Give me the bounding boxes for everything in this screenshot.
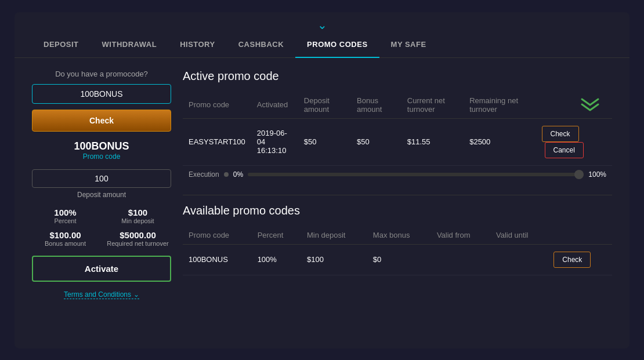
execution-percent: 0% (233, 170, 243, 179)
active-promo-title: Active promo code (183, 70, 612, 83)
avail-promo-percent-cell: 100% (252, 244, 301, 275)
active-promo-header-row: Promo code Activated Deposit amount Bonu… (183, 92, 612, 119)
tab-deposit[interactable]: DEPOSIT (32, 32, 91, 58)
active-promo-table: Promo code Activated Deposit amount Bonu… (183, 92, 612, 166)
top-chevron-icon: ⌄ (317, 18, 327, 32)
available-promo-title: Available promo codes (183, 204, 612, 217)
avail-col-valid-from: Valid from (431, 226, 490, 245)
avail-col-promo-code: Promo code (183, 226, 252, 245)
stats-grid: 100% Percent $100 Min deposit $100.00 Bo… (32, 208, 171, 247)
execution-dot-icon (224, 172, 229, 177)
tab-my-safe[interactable]: MY SAFE (379, 32, 438, 58)
avail-col-max-bonus: Max bonus (367, 226, 431, 245)
promo-code-input[interactable] (32, 84, 171, 104)
tab-withdrawal[interactable]: WITHDRAWAL (91, 32, 169, 58)
stat-percent-label: Percent (32, 217, 99, 224)
available-promo-header-row: Promo code Percent Min deposit Max bonus… (183, 226, 612, 245)
left-panel: Do you have a promocode? Check 100BONUS … (32, 70, 183, 299)
main-content: Do you have a promocode? Check 100BONUS … (15, 58, 629, 311)
tab-cashback[interactable]: CASHBACK (227, 32, 295, 58)
main-container: ⌄ DEPOSIT WITHDRAWAL HISTORY CASHBACK PR… (15, 12, 629, 348)
stat-min-deposit-label: Min deposit (104, 217, 171, 224)
col-bonus-amount: Bonus amount (351, 92, 401, 119)
top-chevron-area: ⌄ (15, 12, 629, 32)
col-deposit-amount: Deposit amount (298, 92, 351, 119)
deposit-amount-input[interactable] (32, 169, 171, 188)
terms-chevron-icon: ⌄ (133, 290, 139, 299)
active-promo-actions-cell: Check Cancel (536, 118, 612, 165)
stat-min-deposit-value: $100 (104, 208, 171, 217)
check-promo-button[interactable]: Check (32, 110, 171, 132)
nav-tabs: DEPOSIT WITHDRAWAL HISTORY CASHBACK PROM… (15, 32, 629, 58)
available-promo-table-container: Promo code Percent Min deposit Max bonus… (183, 226, 612, 275)
green-double-chevron-icon (580, 97, 600, 113)
stat-net-turnover: $5000.00 Required net turnover (104, 230, 171, 247)
available-promo-row: 100BONUS 100% $100 $0 Check (183, 244, 612, 275)
stat-bonus-amount-label: Bonus amount (32, 240, 99, 247)
active-promo-row: EASYSTART100 2019-06-04 16:13:10 $50 $50… (183, 118, 612, 165)
active-promo-check-button[interactable]: Check (542, 126, 579, 142)
stat-percent-value: 100% (32, 208, 99, 217)
available-promo-check-button[interactable]: Check (553, 252, 591, 268)
active-promo-table-container: Promo code Activated Deposit amount Bonu… (183, 92, 612, 183)
avail-col-actions (548, 226, 612, 245)
avail-promo-actions-cell: Check (548, 244, 612, 275)
right-panel: Active promo code Promo code Activated D… (183, 70, 612, 299)
avail-col-percent: Percent (252, 226, 301, 245)
stat-min-deposit: $100 Min deposit (104, 208, 171, 224)
section-separator (183, 195, 612, 195)
avail-promo-valid-from-cell (431, 244, 490, 275)
avail-promo-max-bonus-cell: $0 (367, 244, 431, 275)
col-promo-code: Promo code (183, 92, 251, 119)
execution-progress-thumb (574, 170, 584, 179)
avail-promo-min-deposit-cell: $100 (301, 244, 367, 275)
avail-col-valid-until: Valid until (490, 226, 548, 245)
stat-bonus-amount: $100.00 Bonus amount (32, 230, 99, 247)
col-activated: Activated (251, 92, 298, 119)
promo-code-label: Promo code (32, 152, 171, 161)
active-promo-bonus-cell: $50 (351, 118, 401, 165)
available-promo-table: Promo code Percent Min deposit Max bonus… (183, 226, 612, 275)
avail-promo-valid-until-cell (490, 244, 548, 275)
tab-promo-codes[interactable]: PROMO CODES (295, 32, 379, 58)
terms-link[interactable]: Terms and Conditions ⌄ (64, 290, 139, 299)
promo-code-display: 100BONUS Promo code (32, 140, 171, 161)
col-actions-header (536, 92, 612, 119)
deposit-amount-label: Deposit amount (32, 191, 171, 199)
active-promo-deposit-cell: $50 (298, 118, 351, 165)
execution-progress-bar (248, 173, 584, 176)
col-current-net-turnover: Current net turnover (401, 92, 464, 119)
active-promo-activated-cell: 2019-06-04 16:13:10 (251, 118, 298, 165)
active-promo-remaining-net-cell: $2500 (464, 118, 536, 165)
promo-question: Do you have a promocode? (32, 70, 171, 78)
active-promo-code-cell: EASYSTART100 (183, 118, 251, 165)
avail-promo-code-cell: 100BONUS (183, 244, 252, 275)
stat-net-turnover-value: $5000.00 (104, 230, 171, 240)
col-remaining-net-turnover: Remaining net turnover (464, 92, 536, 119)
tab-history[interactable]: HISTORY (168, 32, 227, 58)
stat-net-turnover-label: Required net turnover (104, 240, 171, 247)
stat-bonus-amount-value: $100.00 (32, 230, 99, 240)
terms-text: Terms and Conditions (64, 290, 131, 299)
promo-code-value: 100BONUS (32, 140, 171, 152)
execution-label: Execution (189, 170, 219, 179)
execution-end-percent: 100% (588, 170, 606, 179)
stat-percent: 100% Percent (32, 208, 99, 224)
avail-col-min-deposit: Min deposit (301, 226, 367, 245)
active-promo-current-net-cell: $11.55 (401, 118, 464, 165)
active-promo-cancel-button[interactable]: Cancel (545, 142, 584, 158)
activate-button[interactable]: Activate (32, 256, 171, 282)
